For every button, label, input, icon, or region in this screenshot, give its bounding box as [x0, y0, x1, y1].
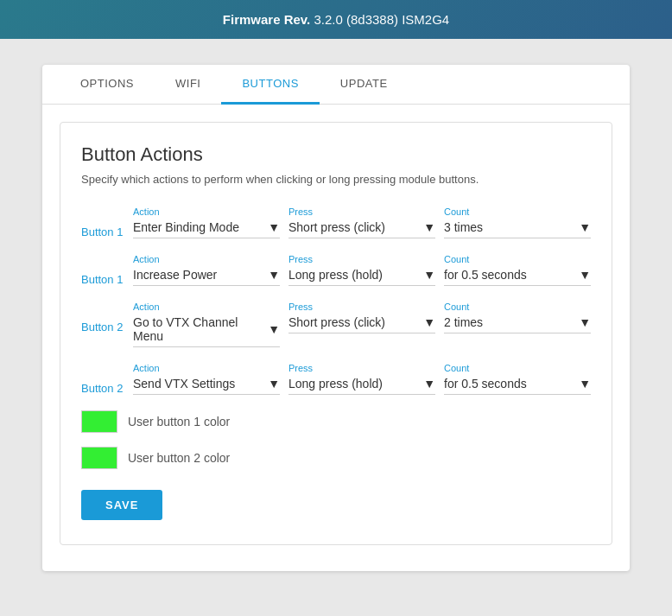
section-title: Button Actions: [81, 143, 591, 166]
press-value-2: Short press (click): [288, 315, 385, 329]
press-value-3: Long press (hold): [288, 377, 383, 391]
press-select-2[interactable]: Short press (click) ▼: [288, 315, 435, 333]
button-actions-card: Button Actions Specify which actions to …: [60, 122, 612, 545]
action-arrow-3: ▼: [268, 377, 280, 391]
app-header: Firmware Rev. 3.2.0 (8d3388) ISM2G4: [0, 0, 672, 39]
tab-options[interactable]: OPTIONS: [60, 65, 155, 105]
press-field-3: Press Long press (hold) ▼: [288, 363, 435, 395]
count-label-2: Count: [444, 302, 591, 312]
user-button-1-color-row: User button 1 color: [81, 410, 591, 433]
action-select-3[interactable]: Send VTX Settings ▼: [133, 377, 280, 395]
count-value-3: for 0.5 seconds: [444, 377, 527, 391]
press-field-0: Press Short press (click) ▼: [288, 206, 435, 238]
count-field-0: Count 3 times ▼: [444, 206, 591, 238]
action-select-2[interactable]: Go to VTX Channel Menu ▼: [133, 315, 280, 347]
main-card: OPTIONS WIFI BUTTONS UPDATE Button Actio…: [42, 65, 630, 571]
action-value-0: Enter Binding Mode: [133, 220, 239, 234]
press-arrow-2: ▼: [423, 315, 435, 329]
firmware-label: Firmware Rev.: [223, 12, 310, 27]
count-arrow-3: ▼: [579, 377, 591, 391]
table-row: Button 2 Action Send VTX Settings ▼ Pres…: [81, 363, 591, 395]
user-button-2-color-swatch[interactable]: [81, 447, 117, 469]
action-value-1: Increase Power: [133, 268, 217, 282]
count-select-2[interactable]: 2 times ▼: [444, 315, 591, 333]
action-value-2: Go to VTX Channel Menu: [133, 315, 264, 343]
press-label-0: Press: [288, 206, 435, 217]
press-arrow-0: ▼: [423, 220, 435, 234]
button-label-3: Button 2: [81, 363, 133, 395]
tab-buttons[interactable]: BUTTONS: [221, 65, 319, 105]
action-select-1[interactable]: Increase Power ▼: [133, 268, 280, 286]
table-row: Button 2 Action Go to VTX Channel Menu ▼…: [81, 302, 591, 347]
count-value-1: for 0.5 seconds: [444, 268, 527, 282]
count-arrow-1: ▼: [579, 268, 591, 282]
user-button-1-color-swatch[interactable]: [81, 410, 117, 433]
user-button-2-color-label: User button 2 color: [128, 451, 230, 465]
count-value-2: 2 times: [444, 315, 483, 329]
count-select-1[interactable]: for 0.5 seconds ▼: [444, 268, 591, 286]
action-label-3: Action: [133, 363, 280, 373]
count-select-3[interactable]: for 0.5 seconds ▼: [444, 377, 591, 395]
press-value-0: Short press (click): [288, 220, 385, 234]
press-select-3[interactable]: Long press (hold) ▼: [288, 377, 435, 395]
action-label-1: Action: [133, 254, 280, 264]
count-field-3: Count for 0.5 seconds ▼: [444, 363, 591, 395]
count-field-2: Count 2 times ▼: [444, 302, 591, 347]
user-button-1-color-label: User button 1 color: [128, 415, 230, 429]
press-label-1: Press: [288, 254, 435, 264]
count-label-3: Count: [444, 363, 591, 373]
press-field-2: Press Short press (click) ▼: [288, 302, 435, 347]
action-label-2: Action: [133, 302, 280, 312]
press-arrow-1: ▼: [423, 268, 435, 282]
action-value-3: Send VTX Settings: [133, 377, 235, 391]
press-arrow-3: ▼: [423, 377, 435, 391]
press-value-1: Long press (hold): [288, 268, 383, 282]
tab-update[interactable]: UPDATE: [320, 65, 409, 105]
action-select-0[interactable]: Enter Binding Mode ▼: [133, 220, 280, 238]
section-description: Specify which actions to perform when cl…: [81, 173, 591, 186]
count-value-0: 3 times: [444, 220, 483, 234]
table-row: Button 1 Action Enter Binding Mode ▼ Pre…: [81, 206, 591, 238]
press-select-0[interactable]: Short press (click) ▼: [288, 220, 435, 238]
tab-bar: OPTIONS WIFI BUTTONS UPDATE: [42, 65, 630, 105]
table-row: Button 1 Action Increase Power ▼ Press L…: [81, 254, 591, 286]
button-label-1: Button 1: [81, 254, 133, 286]
press-field-1: Press Long press (hold) ▼: [288, 254, 435, 286]
firmware-version: 3.2.0 (8d3388) ISM2G4: [314, 12, 449, 27]
button-label-0: Button 1: [81, 206, 133, 238]
action-field-3: Action Send VTX Settings ▼: [133, 363, 280, 395]
action-arrow-1: ▼: [268, 268, 280, 282]
tab-wifi[interactable]: WIFI: [155, 65, 221, 105]
count-label-1: Count: [444, 254, 591, 264]
action-label-0: Action: [133, 206, 280, 217]
save-button[interactable]: SAVE: [81, 490, 162, 520]
count-arrow-2: ▼: [579, 315, 591, 329]
count-select-0[interactable]: 3 times ▼: [444, 220, 591, 238]
press-label-3: Press: [288, 363, 435, 373]
action-field-0: Action Enter Binding Mode ▼: [133, 206, 280, 238]
count-field-1: Count for 0.5 seconds ▼: [444, 254, 591, 286]
action-field-2: Action Go to VTX Channel Menu ▼: [133, 302, 280, 347]
count-arrow-0: ▼: [579, 220, 591, 234]
user-button-2-color-row: User button 2 color: [81, 447, 591, 469]
action-arrow-2: ▼: [268, 322, 280, 336]
press-select-1[interactable]: Long press (hold) ▼: [288, 268, 435, 286]
action-arrow-0: ▼: [268, 220, 280, 234]
count-label-0: Count: [444, 206, 591, 217]
press-label-2: Press: [288, 302, 435, 312]
button-label-2: Button 2: [81, 302, 133, 333]
action-field-1: Action Increase Power ▼: [133, 254, 280, 286]
